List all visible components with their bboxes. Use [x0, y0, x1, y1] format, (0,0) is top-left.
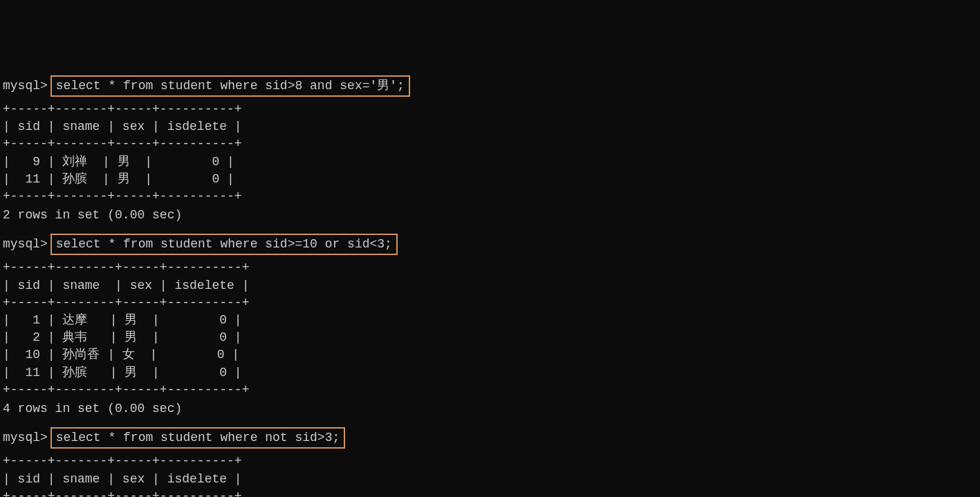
table-border: +-----+-------+-----+----------+ — [3, 453, 980, 470]
table-header: | sid | sname | sex | isdelete | — [3, 277, 980, 294]
query-line: mysql>select * from student where sid>=1… — [3, 234, 980, 255]
table-header: | sid | sname | sex | isdelete | — [3, 471, 980, 488]
table-border: +-----+--------+-----+----------+ — [3, 382, 980, 399]
sql-highlight-box: select * from student where sid>=10 or s… — [50, 234, 398, 255]
table-row: | 1 | 达摩 | 男 | 0 | — [3, 312, 980, 329]
mysql-prompt: mysql> — [3, 429, 48, 447]
result-table: +-----+-------+-----+----------+| sid | … — [3, 101, 980, 205]
table-row: | 11 | 孙膑 | 男 | 0 | — [3, 171, 980, 188]
sql-highlight-box: select * from student where sid>8 and se… — [50, 75, 410, 97]
mysql-terminal[interactable]: mysql>select * from student where sid>8 … — [3, 75, 980, 497]
mysql-prompt: mysql> — [3, 77, 48, 95]
result-footer: 2 rows in set (0.00 sec) — [3, 207, 980, 224]
table-border: +-----+-------+-----+----------+ — [3, 101, 980, 118]
result-table: +-----+--------+-----+----------+| sid |… — [3, 259, 980, 399]
query-line: mysql>select * from student where sid>8 … — [3, 75, 980, 97]
sql-highlight-box: select * from student where not sid>3; — [50, 427, 345, 449]
table-header: | sid | sname | sex | isdelete | — [3, 118, 980, 135]
table-row: | 2 | 典韦 | 男 | 0 | — [3, 329, 980, 346]
table-row: | 10 | 孙尚香 | 女 | 0 | — [3, 346, 980, 364]
result-footer: 4 rows in set (0.00 sec) — [3, 400, 980, 418]
query-line: mysql>select * from student where not si… — [3, 427, 980, 449]
mysql-prompt: mysql> — [3, 236, 48, 253]
table-row: | 9 | 刘禅 | 男 | 0 | — [3, 153, 980, 171]
table-border: +-----+--------+-----+----------+ — [3, 259, 980, 276]
table-border: +-----+-------+-----+----------+ — [3, 135, 980, 153]
table-border: +-----+-------+-----+----------+ — [3, 188, 980, 205]
result-table: +-----+-------+-----+----------+| sid | … — [3, 453, 980, 497]
table-border: +-----+-------+-----+----------+ — [3, 488, 980, 497]
table-row: | 11 | 孙膑 | 男 | 0 | — [3, 364, 980, 382]
table-border: +-----+--------+-----+----------+ — [3, 294, 980, 312]
